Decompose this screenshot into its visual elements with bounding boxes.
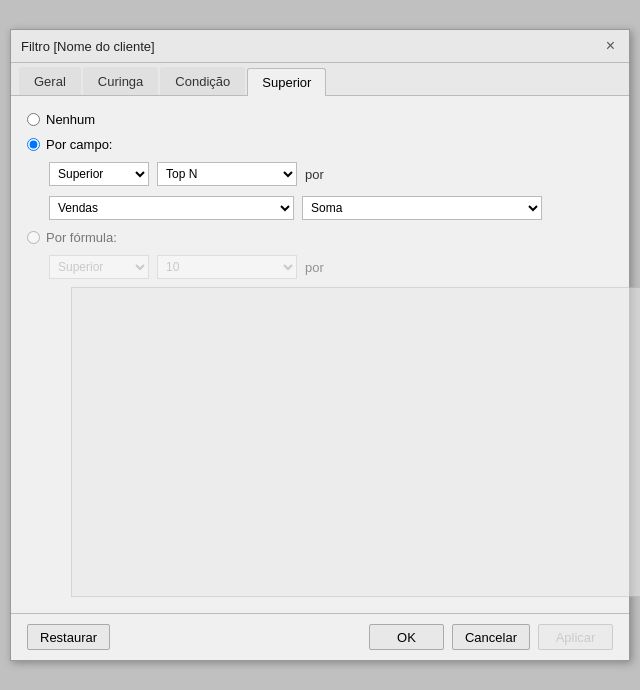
- por-campo-radio[interactable]: [27, 138, 40, 151]
- por-formula-row: Por fórmula:: [27, 230, 613, 245]
- topn-select[interactable]: Top N Top %: [157, 162, 297, 186]
- tab-condicao[interactable]: Condição: [160, 67, 245, 95]
- por-campo-controls-1: Superior Inferior Top N Top % por: [49, 162, 613, 186]
- formula-textarea[interactable]: [71, 287, 640, 597]
- por-formula-radio[interactable]: [27, 231, 40, 244]
- footer: Restaurar OK Cancelar Aplicar: [11, 613, 629, 660]
- tab-superior[interactable]: Superior: [247, 68, 326, 96]
- formula-superior-select[interactable]: Superior Inferior: [49, 255, 149, 279]
- nenhum-radio[interactable]: [27, 113, 40, 126]
- por-formula-label[interactable]: Por fórmula:: [46, 230, 117, 245]
- close-button[interactable]: ×: [602, 36, 619, 56]
- dialog-title: Filtro [Nome do cliente]: [21, 39, 155, 54]
- superior-select[interactable]: Superior Inferior: [49, 162, 149, 186]
- por-campo-controls-2: Vendas Soma Média Mínimo Máximo Contagem: [49, 196, 613, 220]
- footer-right: OK Cancelar Aplicar: [369, 624, 613, 650]
- restaurar-button[interactable]: Restaurar: [27, 624, 110, 650]
- formula-row: Superior Inferior 10 por: [49, 255, 613, 279]
- por-text-1: por: [305, 167, 324, 182]
- soma-select[interactable]: Soma Média Mínimo Máximo Contagem: [302, 196, 542, 220]
- content-area: Nenhum Por campo: Superior Inferior Top …: [11, 96, 629, 613]
- aplicar-button[interactable]: Aplicar: [538, 624, 613, 650]
- nenhum-label[interactable]: Nenhum: [46, 112, 95, 127]
- formula-controls: Superior Inferior 10 por: [49, 255, 613, 597]
- tab-bar: Geral Curinga Condição Superior: [11, 63, 629, 96]
- por-campo-row: Por campo:: [27, 137, 613, 152]
- tab-curinga[interactable]: Curinga: [83, 67, 159, 95]
- tab-geral[interactable]: Geral: [19, 67, 81, 95]
- por-campo-label[interactable]: Por campo:: [46, 137, 112, 152]
- cancelar-button[interactable]: Cancelar: [452, 624, 530, 650]
- filter-dialog: Filtro [Nome do cliente] × Geral Curinga…: [10, 29, 630, 661]
- title-bar: Filtro [Nome do cliente] ×: [11, 30, 629, 63]
- vendas-select[interactable]: Vendas: [49, 196, 294, 220]
- por-text-2: por: [305, 260, 324, 275]
- ok-button[interactable]: OK: [369, 624, 444, 650]
- nenhum-row: Nenhum: [27, 112, 613, 127]
- formula-n-select[interactable]: 10: [157, 255, 297, 279]
